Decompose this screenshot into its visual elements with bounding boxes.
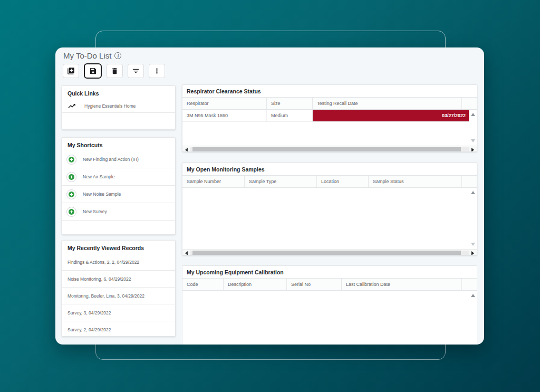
scroll-down-icon[interactable] xyxy=(471,139,475,142)
scroll-up-icon[interactable] xyxy=(471,113,475,116)
shortcut-label: New Finding and Action (IH) xyxy=(83,157,139,162)
scrollbar-track[interactable] xyxy=(190,147,469,152)
add-circle-icon xyxy=(66,189,76,199)
column-header-sample-status[interactable]: Sample Status xyxy=(369,176,462,187)
column-header-sample-number[interactable]: Sample Number xyxy=(182,176,245,187)
upcoming-equipment-calibration-panel: My Upcoming Equipment Calibration Code D… xyxy=(182,265,477,345)
column-header-serial-no[interactable]: Serial No xyxy=(287,279,342,290)
toolbar xyxy=(63,63,165,79)
scroll-up-icon[interactable] xyxy=(471,191,475,194)
respirator-panel-title: Respirator Clearance Status xyxy=(182,85,477,97)
vertical-scrollbar[interactable] xyxy=(469,110,477,146)
scroll-up-icon[interactable] xyxy=(471,294,475,297)
my-todo-list-widget: My To-Do List i Quick Links Hygiene Esse… xyxy=(55,47,484,345)
recent-record-item[interactable]: Survey, 2, 04/29/2022 xyxy=(62,321,175,338)
quick-link-label: Hygiene Essentials Home xyxy=(84,103,136,109)
scroll-left-icon[interactable] xyxy=(185,251,188,255)
table-header-row: Respirator Size Testing Recall Date xyxy=(182,98,477,110)
vertical-scrollbar[interactable] xyxy=(469,291,477,345)
save-icon xyxy=(89,67,97,75)
horizontal-scrollbar[interactable] xyxy=(182,146,477,152)
quick-links-card: Quick Links Hygiene Essentials Home xyxy=(62,85,176,130)
add-circle-icon xyxy=(66,207,76,217)
scrollbar-track[interactable] xyxy=(190,251,469,255)
trending-up-icon xyxy=(68,102,76,110)
quick-link-hygiene-essentials-home[interactable]: Hygiene Essentials Home xyxy=(62,99,175,113)
column-header-testing-recall-date[interactable]: Testing Recall Date xyxy=(313,98,462,109)
save-button[interactable] xyxy=(84,63,102,79)
column-header-respirator[interactable]: Respirator xyxy=(182,98,267,109)
more-options-button[interactable] xyxy=(149,64,165,78)
shortcut-new-survey[interactable]: New Survey xyxy=(62,203,175,221)
filter-icon xyxy=(132,67,140,75)
respirator-cell: 3M N95 Mask 1860 xyxy=(182,110,267,121)
monitoring-samples-panel-title: My Open Monitoring Samples xyxy=(182,163,477,175)
add-circle-icon xyxy=(66,172,76,182)
library-add-icon xyxy=(67,67,75,75)
quick-links-title: Quick Links xyxy=(62,86,175,99)
column-header-size[interactable]: Size xyxy=(267,98,313,109)
page-title-text: My To-Do List xyxy=(63,51,111,60)
table-empty-area xyxy=(182,291,477,345)
table-row[interactable]: 3M N95 Mask 1860 Medium 03/27/2022 xyxy=(182,110,477,122)
my-shortcuts-card: My Shortcuts New Finding and Action (IH)… xyxy=(62,137,176,235)
shortcut-label: New Noise Sample xyxy=(83,192,121,197)
open-monitoring-samples-panel: My Open Monitoring Samples Sample Number… xyxy=(182,162,477,255)
recently-viewed-title: My Recently Viewed Records xyxy=(62,241,175,254)
scrollbar-thumb[interactable] xyxy=(192,251,461,255)
horizontal-scrollbar[interactable] xyxy=(182,249,477,255)
scroll-right-icon[interactable] xyxy=(471,251,474,255)
column-header-description[interactable]: Description xyxy=(224,279,287,290)
library-add-button[interactable] xyxy=(63,64,79,78)
shortcut-label: New Survey xyxy=(83,209,107,214)
info-icon[interactable]: i xyxy=(114,52,121,59)
testing-recall-date-cell-overdue: 03/27/2022 xyxy=(313,110,470,121)
scroll-down-icon[interactable] xyxy=(471,243,475,246)
column-header-last-calibration-date[interactable]: Last Calibration Date xyxy=(342,279,462,290)
shortcut-new-air-sample[interactable]: New Air Sample xyxy=(62,168,175,186)
column-header-sample-type[interactable]: Sample Type xyxy=(245,176,317,187)
column-header-code[interactable]: Code xyxy=(182,279,224,290)
table-empty-area xyxy=(182,188,477,249)
vertical-scrollbar[interactable] xyxy=(469,188,477,249)
my-shortcuts-title: My Shortcuts xyxy=(62,138,175,151)
trash-icon xyxy=(111,67,119,75)
delete-button[interactable] xyxy=(107,64,123,78)
shortcut-label: New Air Sample xyxy=(83,174,114,179)
scrollbar-thumb[interactable] xyxy=(192,147,461,152)
recent-record-item[interactable]: Survey, 3, 04/29/2022 xyxy=(62,304,175,321)
recently-viewed-card: My Recently Viewed Records Findings & Ac… xyxy=(62,240,176,337)
column-header-location[interactable]: Location xyxy=(317,176,369,187)
scroll-left-icon[interactable] xyxy=(185,148,188,152)
add-circle-icon xyxy=(66,155,76,165)
recent-record-item[interactable]: Monitoring, Beeler, Lina, 3, 04/29/2022 xyxy=(62,288,175,304)
table-header-row: Sample Number Sample Type Location Sampl… xyxy=(182,176,477,188)
shortcut-new-noise-sample[interactable]: New Noise Sample xyxy=(62,186,175,203)
filter-button[interactable] xyxy=(128,64,144,78)
size-cell: Medium xyxy=(267,110,313,121)
equipment-calibration-panel-title: My Upcoming Equipment Calibration xyxy=(182,266,477,278)
table-empty-area xyxy=(182,122,477,146)
page-title: My To-Do List i xyxy=(63,51,121,60)
scroll-right-icon[interactable] xyxy=(471,148,474,152)
table-header-row: Code Description Serial No Last Calibrat… xyxy=(182,279,477,291)
recent-record-item[interactable]: Noise Monitoring, 6, 04/29/2022 xyxy=(62,271,175,288)
respirator-clearance-panel: Respirator Clearance Status Respirator S… xyxy=(182,84,477,152)
more-vertical-icon xyxy=(153,67,161,75)
shortcut-new-finding-and-action[interactable]: New Finding and Action (IH) xyxy=(62,151,175,168)
recent-record-item[interactable]: Findings & Actions, 2, 2, 04/29/2022 xyxy=(62,254,175,271)
